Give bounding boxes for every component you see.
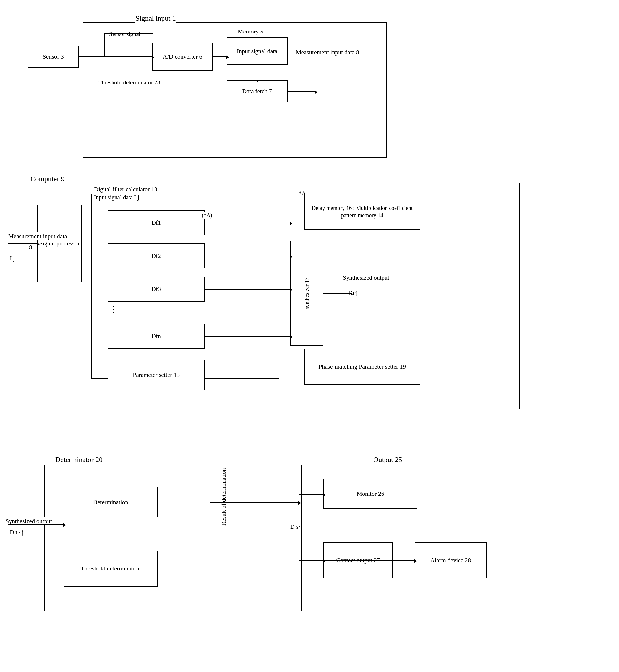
df2-box: Df2 bbox=[108, 243, 205, 268]
df3-box: Df3 bbox=[108, 277, 205, 302]
synthesizer-label: synthesizer 17 bbox=[303, 278, 311, 309]
sensor-signal-label: Sensor signal bbox=[109, 30, 140, 38]
sensor-label: Sensor 3 bbox=[43, 53, 64, 61]
output-label: Output 25 bbox=[373, 455, 402, 465]
monitor-label: Monitor 26 bbox=[357, 490, 384, 498]
signal-processor-box: Signal processor bbox=[37, 205, 81, 282]
df3-label: Df3 bbox=[151, 285, 161, 293]
df3-to-synth bbox=[205, 289, 290, 290]
synth-to-output bbox=[324, 293, 351, 294]
dfn-to-synth bbox=[205, 336, 290, 337]
ad-converter-box: A/D converter 6 bbox=[152, 43, 213, 70]
df2-to-synth bbox=[205, 256, 290, 256]
alarm-device-box: Alarm device 28 bbox=[415, 542, 487, 578]
input-signal-data-box: Input signal data bbox=[227, 37, 287, 65]
measurement-input-label: Measurement input data 8 bbox=[296, 48, 359, 56]
processor-to-filter-vline1 bbox=[81, 223, 82, 354]
det-to-output-arrow bbox=[210, 502, 298, 503]
result-det-vline bbox=[227, 465, 227, 559]
phase-matching-box: Phase-matching Parameter setter 19 bbox=[304, 349, 420, 384]
sensor-signal-hline bbox=[104, 33, 153, 34]
threshold-determination-box: Threshold determination bbox=[64, 551, 157, 587]
meas-input-data-label: Measurement input data bbox=[8, 232, 67, 240]
result-det-hline-bottom bbox=[210, 559, 227, 559]
meas-to-processor-arrow bbox=[8, 243, 37, 244]
ad-to-memory-arrow bbox=[213, 56, 227, 57]
delay-memory-label: Delay memory 16 ; Multiplication coeffic… bbox=[305, 204, 420, 219]
data-fetch-box: Data fetch 7 bbox=[227, 80, 287, 102]
phase-matching-label: Phase-matching Parameter setter 19 bbox=[319, 363, 406, 371]
delay-memory-box: Delay memory 16 ; Multiplication coeffic… bbox=[304, 194, 420, 230]
determination-box: Determination bbox=[64, 487, 157, 517]
dfn-box: Dfn bbox=[108, 324, 205, 349]
meas-8-label: 8 bbox=[29, 243, 32, 251]
ij-label: I j bbox=[10, 254, 15, 262]
dfn-label: Dfn bbox=[151, 332, 161, 340]
diagram: Signal input 1 Sensor signal A/D convert… bbox=[0, 0, 619, 672]
determination-label: Determination bbox=[93, 498, 128, 506]
input-signal-data-label: Input signal data bbox=[237, 47, 278, 55]
sensor-signal-vline bbox=[104, 33, 105, 57]
signal-input-label: Signal input 1 bbox=[135, 14, 176, 23]
digital-filter-label: Digital filter calculator 13 bbox=[94, 185, 157, 193]
sensor-box: Sensor 3 bbox=[28, 46, 79, 68]
synthesizer-box: synthesizer 17 bbox=[290, 241, 324, 346]
data-fetch-label: Data fetch 7 bbox=[242, 87, 272, 96]
monitor-box: Monitor 26 bbox=[324, 479, 417, 509]
processor-to-filter-hline bbox=[81, 223, 108, 223]
df2-label: Df2 bbox=[151, 252, 161, 260]
threshold-determination-label: Threshold determination bbox=[81, 565, 141, 573]
ad-converter-label: A/D converter 6 bbox=[163, 53, 202, 61]
dsj-to-monitor-arrow bbox=[298, 494, 324, 495]
memory-to-datafetch-arrow bbox=[257, 65, 257, 80]
continuation-dots: ⋮ bbox=[109, 304, 118, 314]
datafetch-out-arrow bbox=[287, 91, 315, 92]
parameter-setter-box: Parameter setter 15 bbox=[108, 360, 205, 390]
df1-to-synth bbox=[205, 223, 290, 223]
determinator-label: Determinator 20 bbox=[55, 455, 102, 465]
df1-box: Df1 bbox=[108, 210, 205, 235]
result-det-hline-top bbox=[210, 465, 227, 465]
synthesized-output-label: Synthesized output bbox=[343, 274, 389, 282]
df1-label: Df1 bbox=[151, 219, 161, 227]
star-a2-label: (*A) bbox=[202, 211, 212, 219]
dsj-to-alarm-arrow bbox=[298, 560, 415, 561]
dt-j-label2: D t · j bbox=[10, 529, 23, 537]
output-junction-vline bbox=[298, 494, 299, 563]
threshold-det-label: Threshold determinator 23 bbox=[98, 79, 160, 86]
computer-label: Computer 9 bbox=[30, 174, 65, 184]
signal-processor-label: Signal processor bbox=[39, 240, 80, 248]
synth-to-det-arrow bbox=[8, 524, 64, 525]
alarm-device-label: Alarm device 28 bbox=[430, 556, 471, 564]
parameter-setter-label: Parameter setter 15 bbox=[133, 371, 180, 379]
input-signal-ij-label: Input signal data I j bbox=[94, 194, 139, 201]
sensor-to-ad-arrow bbox=[79, 56, 152, 57]
memory-label: Memory 5 bbox=[238, 28, 263, 36]
